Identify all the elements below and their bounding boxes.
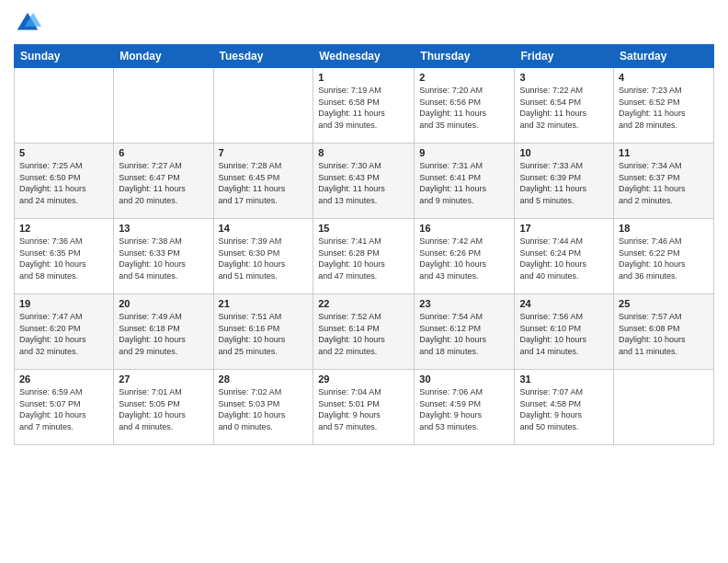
calendar-cell: 30Sunrise: 7:06 AM Sunset: 4:59 PM Dayli… [415, 370, 515, 445]
day-number: 9 [419, 147, 509, 158]
day-info: Sunrise: 7:44 AM Sunset: 6:24 PM Dayligh… [519, 236, 609, 282]
calendar-cell: 29Sunrise: 7:04 AM Sunset: 5:01 PM Dayli… [313, 370, 415, 445]
day-of-week-header: Thursday [415, 45, 515, 68]
day-info: Sunrise: 7:25 AM Sunset: 6:50 PM Dayligh… [19, 160, 108, 206]
calendar-cell: 4Sunrise: 7:23 AM Sunset: 6:52 PM Daylig… [614, 68, 714, 144]
day-info: Sunrise: 6:59 AM Sunset: 5:07 PM Dayligh… [19, 386, 108, 432]
calendar-cell: 28Sunrise: 7:02 AM Sunset: 5:03 PM Dayli… [213, 370, 313, 445]
day-info: Sunrise: 7:33 AM Sunset: 6:39 PM Dayligh… [519, 160, 609, 206]
day-number: 1 [318, 72, 409, 83]
day-of-week-header: Wednesday [313, 45, 415, 68]
day-number: 2 [419, 72, 509, 83]
calendar-cell: 8Sunrise: 7:30 AM Sunset: 6:43 PM Daylig… [313, 144, 415, 219]
calendar: SundayMondayTuesdayWednesdayThursdayFrid… [14, 44, 714, 445]
day-number: 27 [119, 373, 208, 385]
calendar-cell: 14Sunrise: 7:39 AM Sunset: 6:30 PM Dayli… [213, 219, 313, 294]
day-of-week-header: Tuesday [213, 45, 313, 68]
day-number: 5 [19, 147, 108, 158]
day-info: Sunrise: 7:07 AM Sunset: 4:58 PM Dayligh… [519, 386, 609, 432]
day-number: 26 [19, 373, 108, 385]
day-number: 4 [619, 72, 709, 83]
day-number: 13 [119, 223, 208, 234]
day-info: Sunrise: 7:38 AM Sunset: 6:33 PM Dayligh… [119, 236, 208, 282]
calendar-week-row: 26Sunrise: 6:59 AM Sunset: 5:07 PM Dayli… [15, 370, 714, 445]
day-info: Sunrise: 7:52 AM Sunset: 6:14 PM Dayligh… [318, 311, 409, 357]
calendar-cell: 23Sunrise: 7:54 AM Sunset: 6:12 PM Dayli… [415, 294, 515, 370]
calendar-cell: 22Sunrise: 7:52 AM Sunset: 6:14 PM Dayli… [313, 294, 415, 370]
day-info: Sunrise: 7:51 AM Sunset: 6:16 PM Dayligh… [219, 311, 309, 357]
day-number: 30 [419, 373, 509, 385]
calendar-cell: 17Sunrise: 7:44 AM Sunset: 6:24 PM Dayli… [515, 219, 614, 294]
day-number: 22 [318, 298, 409, 309]
calendar-cell: 3Sunrise: 7:22 AM Sunset: 6:54 PM Daylig… [515, 68, 614, 144]
day-info: Sunrise: 7:39 AM Sunset: 6:30 PM Dayligh… [219, 236, 309, 282]
calendar-cell: 2Sunrise: 7:20 AM Sunset: 6:56 PM Daylig… [415, 68, 515, 144]
day-number: 10 [519, 147, 609, 158]
calendar-cell: 13Sunrise: 7:38 AM Sunset: 6:33 PM Dayli… [114, 219, 213, 294]
day-number: 25 [619, 298, 709, 309]
logo [14, 9, 45, 37]
calendar-cell: 21Sunrise: 7:51 AM Sunset: 6:16 PM Dayli… [213, 294, 313, 370]
day-number: 17 [519, 223, 609, 234]
calendar-week-row: 1Sunrise: 7:19 AM Sunset: 6:58 PM Daylig… [15, 68, 714, 144]
day-number: 14 [219, 223, 309, 234]
day-number: 8 [318, 147, 409, 158]
calendar-cell: 1Sunrise: 7:19 AM Sunset: 6:58 PM Daylig… [313, 68, 415, 144]
calendar-cell: 26Sunrise: 6:59 AM Sunset: 5:07 PM Dayli… [15, 370, 114, 445]
day-info: Sunrise: 7:46 AM Sunset: 6:22 PM Dayligh… [619, 236, 709, 282]
day-info: Sunrise: 7:42 AM Sunset: 6:26 PM Dayligh… [419, 236, 509, 282]
day-number: 7 [219, 147, 309, 158]
day-number: 24 [519, 298, 609, 309]
calendar-cell [614, 370, 714, 445]
calendar-cell: 12Sunrise: 7:36 AM Sunset: 6:35 PM Dayli… [15, 219, 114, 294]
calendar-cell: 19Sunrise: 7:47 AM Sunset: 6:20 PM Dayli… [15, 294, 114, 370]
day-number: 3 [519, 72, 609, 83]
day-info: Sunrise: 7:19 AM Sunset: 6:58 PM Dayligh… [318, 85, 409, 131]
day-number: 29 [318, 373, 409, 385]
calendar-cell: 9Sunrise: 7:31 AM Sunset: 6:41 PM Daylig… [415, 144, 515, 219]
day-info: Sunrise: 7:23 AM Sunset: 6:52 PM Dayligh… [619, 85, 709, 131]
calendar-cell: 7Sunrise: 7:28 AM Sunset: 6:45 PM Daylig… [213, 144, 313, 219]
day-info: Sunrise: 7:01 AM Sunset: 5:05 PM Dayligh… [119, 386, 208, 432]
day-number: 6 [119, 147, 208, 158]
day-of-week-header: Monday [114, 45, 213, 68]
day-info: Sunrise: 7:04 AM Sunset: 5:01 PM Dayligh… [318, 386, 409, 432]
day-number: 28 [219, 373, 309, 385]
calendar-cell: 24Sunrise: 7:56 AM Sunset: 6:10 PM Dayli… [515, 294, 614, 370]
day-number: 15 [318, 223, 409, 234]
calendar-header-row: SundayMondayTuesdayWednesdayThursdayFrid… [15, 45, 714, 68]
calendar-cell: 18Sunrise: 7:46 AM Sunset: 6:22 PM Dayli… [614, 219, 714, 294]
day-of-week-header: Sunday [15, 45, 114, 68]
calendar-cell [114, 68, 213, 144]
calendar-cell: 16Sunrise: 7:42 AM Sunset: 6:26 PM Dayli… [415, 219, 515, 294]
day-info: Sunrise: 7:47 AM Sunset: 6:20 PM Dayligh… [19, 311, 108, 357]
day-info: Sunrise: 7:27 AM Sunset: 6:47 PM Dayligh… [119, 160, 208, 206]
calendar-cell: 15Sunrise: 7:41 AM Sunset: 6:28 PM Dayli… [313, 219, 415, 294]
page: SundayMondayTuesdayWednesdayThursdayFrid… [0, 0, 728, 563]
calendar-week-row: 5Sunrise: 7:25 AM Sunset: 6:50 PM Daylig… [15, 144, 714, 219]
day-number: 19 [19, 298, 108, 309]
day-info: Sunrise: 7:28 AM Sunset: 6:45 PM Dayligh… [219, 160, 309, 206]
day-number: 20 [119, 298, 208, 309]
day-info: Sunrise: 7:22 AM Sunset: 6:54 PM Dayligh… [519, 85, 609, 131]
calendar-cell: 27Sunrise: 7:01 AM Sunset: 5:05 PM Dayli… [114, 370, 213, 445]
day-number: 11 [619, 147, 709, 158]
day-info: Sunrise: 7:57 AM Sunset: 6:08 PM Dayligh… [619, 311, 709, 357]
header [14, 9, 714, 37]
calendar-cell: 11Sunrise: 7:34 AM Sunset: 6:37 PM Dayli… [614, 144, 714, 219]
calendar-cell: 6Sunrise: 7:27 AM Sunset: 6:47 PM Daylig… [114, 144, 213, 219]
day-info: Sunrise: 7:06 AM Sunset: 4:59 PM Dayligh… [419, 386, 509, 432]
calendar-week-row: 19Sunrise: 7:47 AM Sunset: 6:20 PM Dayli… [15, 294, 714, 370]
day-info: Sunrise: 7:20 AM Sunset: 6:56 PM Dayligh… [419, 85, 509, 131]
calendar-cell: 31Sunrise: 7:07 AM Sunset: 4:58 PM Dayli… [515, 370, 614, 445]
day-number: 18 [619, 223, 709, 234]
day-info: Sunrise: 7:31 AM Sunset: 6:41 PM Dayligh… [419, 160, 509, 206]
day-info: Sunrise: 7:36 AM Sunset: 6:35 PM Dayligh… [19, 236, 108, 282]
day-info: Sunrise: 7:56 AM Sunset: 6:10 PM Dayligh… [519, 311, 609, 357]
calendar-cell: 10Sunrise: 7:33 AM Sunset: 6:39 PM Dayli… [515, 144, 614, 219]
calendar-cell [15, 68, 114, 144]
calendar-week-row: 12Sunrise: 7:36 AM Sunset: 6:35 PM Dayli… [15, 219, 714, 294]
day-info: Sunrise: 7:34 AM Sunset: 6:37 PM Dayligh… [619, 160, 709, 206]
calendar-cell [213, 68, 313, 144]
calendar-cell: 20Sunrise: 7:49 AM Sunset: 6:18 PM Dayli… [114, 294, 213, 370]
